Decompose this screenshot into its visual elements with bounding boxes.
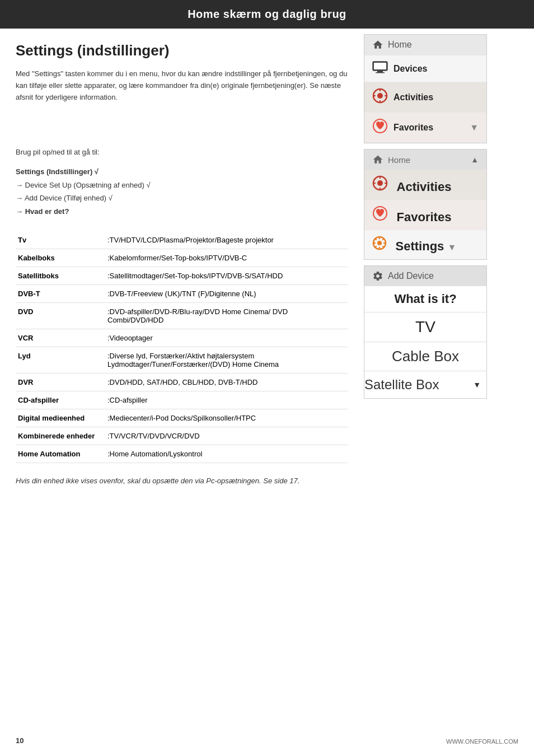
menu-box-2: Home ▲ Activities [364,149,487,260]
svg-line-26 [382,239,384,240]
page-number: 10 [16,736,24,745]
website-label: WWW.ONEFORALL.COM [446,738,518,745]
menu-item-favorites[interactable]: Favorites ▼ [364,113,486,143]
devices-label: Devices [394,64,428,74]
device-desc: :CD-afspiller [105,391,348,409]
left-panel: Settings (indstillinger) Med "Settings" … [0,29,364,498]
favorites-label-2: Favorites [397,210,452,224]
device-name: Tv [16,231,105,249]
intro-text: Med "Settings" tasten kommer du i en men… [16,68,348,103]
home-label-1: Home [388,40,412,50]
home-icon-2 [372,154,383,165]
table-row: Home Automation:Home Automation/Lyskontr… [16,445,348,463]
device-desc: :Videooptager [105,329,348,347]
page-header: Home skærm og daglig brug [0,0,534,29]
device-name: Kabelboks [16,249,105,267]
device-name: Satellitboks [16,267,105,284]
table-row: Lyd:Diverse lyd, Forstærker/Aktivt højta… [16,347,348,373]
add-device-label: Add Device [388,271,434,281]
device-name: DVR [16,373,105,391]
menu-item-settings[interactable]: Settings ▼ [364,230,486,259]
table-row: VCR:Videooptager [16,329,348,347]
device-name: DVD [16,302,105,329]
device-name: Lyd [16,347,105,373]
table-row: DVB-T:DVB-T/Freeview (UK)/TNT (F)/Digite… [16,284,348,302]
menu-item-home2[interactable]: Home ▲ [364,150,486,170]
device-desc: :Home Automation/Lyskontrol [105,445,348,463]
activities-label-1: Activities [394,92,433,102]
footnote: Hvis din enhed ikke vises ovenfor, skal … [16,477,348,485]
header-title: Home skærm og daglig brug [188,8,346,20]
table-row: Satellitboks:Satellitmodtager/Set-Top-bo… [16,267,348,284]
table-row: DVD:DVD-afspiller/DVD-R/Blu-ray/DVD Home… [16,302,348,329]
device-desc: :TV/HDTV/LCD/Plasma/Projektor/Bageste pr… [105,231,348,249]
add-device-row[interactable]: Add Device [364,266,486,286]
device-cable-box[interactable]: Cable Box [364,342,486,371]
table-row: Kombinerede enheder:TV/VCR/TV/DVD/VCR/DV… [16,427,348,445]
menu-box-3: Add Device What is it? TV Cable Box Sate… [364,265,487,399]
activities-icon-2 [372,181,391,193]
chevron-down-icon-1: ▼ [470,123,479,133]
table-row: CD-afspiller:CD-afspiller [16,391,348,409]
page-footer: 10 [16,736,24,745]
device-desc: :Mediecenter/i-Pod Docks/Spilkonsoller/H… [105,409,348,427]
svg-point-19 [377,241,382,245]
svg-line-24 [375,239,377,240]
devices-icon [372,61,388,76]
settings-nav-item-1: Settings (Indstillinger) √ [16,167,99,176]
device-desc: :Kabelomformer/Set-Top-boks/IPTV/DVB-C [105,249,348,267]
table-row: Kabelboks:Kabelomformer/Set-Top-boks/IPT… [16,249,348,267]
settings-nav-item-3: → Add Device (Tilføj enhed) √ [16,194,113,202]
settings-nav: Settings (Indstillinger) √ → Device Set … [16,165,348,218]
nav-instruction: Brug pil op/ned til at gå til: [16,148,348,156]
svg-rect-3 [376,72,385,73]
device-tv[interactable]: TV [364,312,486,342]
device-name: DVB-T [16,284,105,302]
home-icon [372,39,383,50]
menu-item-devices[interactable]: Devices [364,55,486,82]
chevron-up-icon: ▲ [471,155,479,164]
device-name: CD-afspiller [16,391,105,409]
settings-label: Settings [396,239,444,253]
device-name: Home Automation [16,445,105,463]
activities-icon [372,88,388,106]
svg-rect-1 [374,63,386,69]
table-row: DVR:DVD/HDD, SAT/HDD, CBL/HDD, DVB-T/HDD [16,373,348,391]
device-desc: :TV/VCR/TV/DVD/VCR/DVD [105,427,348,445]
device-satellite-box[interactable]: Satellite Box ▼ [364,371,486,398]
device-name: Kombinerede enheder [16,427,105,445]
what-is-it-label: What is it? [364,286,486,312]
settings-nav-item-2: → Device Set Up (Opsætning af enhed) √ [16,181,151,189]
favorites-icon-2 [372,211,391,223]
section-title: Settings (indstillinger) [16,42,348,59]
menu-box-1: Home Devices [364,34,487,143]
svg-point-12 [377,180,383,186]
svg-line-27 [375,246,377,248]
settings-icon [372,240,390,253]
chevron-down-icon-3: ▼ [473,380,486,389]
gear-icon [372,270,383,282]
svg-rect-2 [377,71,383,72]
device-desc: :Diverse lyd, Forstærker/Aktivt højtaler… [105,347,348,373]
right-panel: Home Devices [364,29,493,498]
website-footer: WWW.ONEFORALL.COM [446,738,518,745]
device-desc: :DVD/HDD, SAT/HDD, CBL/HDD, DVB-T/HDD [105,373,348,391]
menu-item-activities[interactable]: Activities [364,82,486,113]
device-desc: :DVD-afspiller/DVD-R/Blu-ray/DVD Home Ci… [105,302,348,329]
menu-item-favorites2[interactable]: Favorites [364,200,486,230]
svg-point-5 [377,93,383,99]
table-row: Tv:TV/HDTV/LCD/Plasma/Projektor/Bageste … [16,231,348,249]
table-row: Digital medieenhed:Mediecenter/i-Pod Doc… [16,409,348,427]
favorites-label-1: Favorites [394,123,433,133]
favorites-icon [372,118,388,137]
device-name: Digital medieenhed [16,409,105,427]
home-label-2: Home [388,155,410,165]
chevron-down-icon-2: ▼ [447,242,456,252]
svg-line-25 [382,246,384,248]
device-name: VCR [16,329,105,347]
device-desc: :DVB-T/Freeview (UK)/TNT (F)/Digitenne (… [105,284,348,302]
menu-item-activities2[interactable]: Activities [364,170,486,200]
device-desc: :Satellitmodtager/Set-Top-boks/IPTV/DVB-… [105,267,348,284]
settings-nav-item-4: → Hvad er det? [16,207,69,216]
menu-item-home[interactable]: Home [364,35,486,55]
